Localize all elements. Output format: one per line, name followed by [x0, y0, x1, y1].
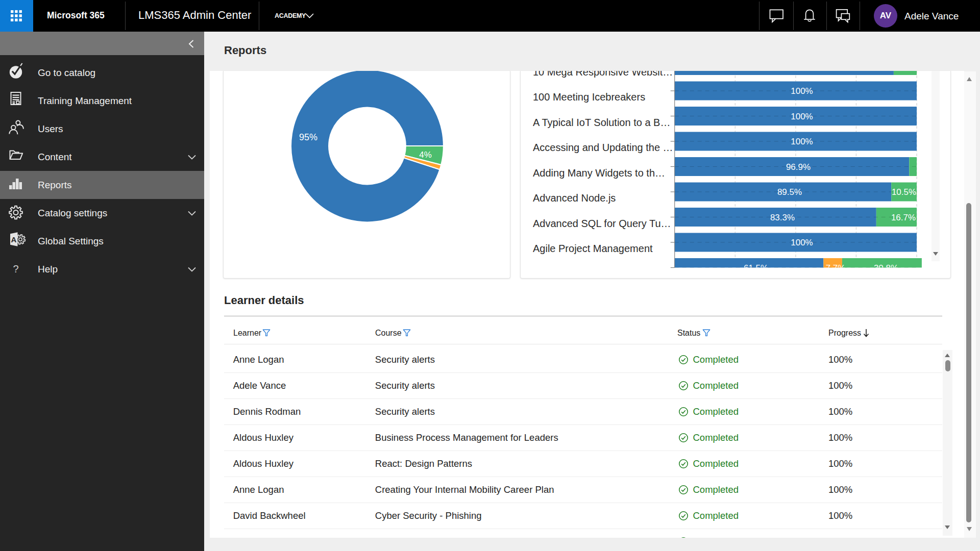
svg-text:4%: 4%: [419, 150, 432, 160]
svg-text:61.5%: 61.5%: [744, 263, 768, 273]
svg-text:?: ?: [13, 263, 18, 274]
svg-text:100 Meeting Icebreakers: 100 Meeting Icebreakers: [533, 91, 645, 103]
svg-text:Advanced Node.js: Advanced Node.js: [533, 192, 616, 204]
svg-text:7.7%: 7.7%: [826, 263, 846, 273]
svg-text:10.5%: 10.5%: [892, 187, 916, 197]
svg-text:30.8%: 30.8%: [874, 263, 898, 273]
svg-text:100%: 100%: [791, 137, 813, 146]
svg-text:83.3%: 83.3%: [770, 213, 795, 222]
svg-text:10 Mega Responsive Websit…: 10 Mega Responsive Websit…: [533, 71, 673, 78]
svg-text:Adding Many Widgets to th…: Adding Many Widgets to th…: [533, 167, 665, 179]
svg-text:A Typical IoT Solution to a B…: A Typical IoT Solution to a B…: [533, 117, 670, 128]
svg-text:95%: 95%: [299, 132, 317, 142]
svg-text:89.5%: 89.5%: [777, 187, 802, 197]
svg-text:A: A: [11, 235, 17, 244]
svg-text:16.7%: 16.7%: [891, 213, 916, 222]
svg-text:100%: 100%: [791, 112, 813, 121]
svg-text:Accessing and Updating the …: Accessing and Updating the …: [533, 142, 673, 153]
svg-text:100%: 100%: [791, 86, 813, 96]
svg-text:Advanced SQL for Query Tu…: Advanced SQL for Query Tu…: [533, 218, 671, 229]
svg-text:100%: 100%: [791, 238, 813, 247]
svg-text:Agile Project Management: Agile Project Management: [533, 243, 653, 254]
svg-text:96.9%: 96.9%: [786, 162, 811, 172]
